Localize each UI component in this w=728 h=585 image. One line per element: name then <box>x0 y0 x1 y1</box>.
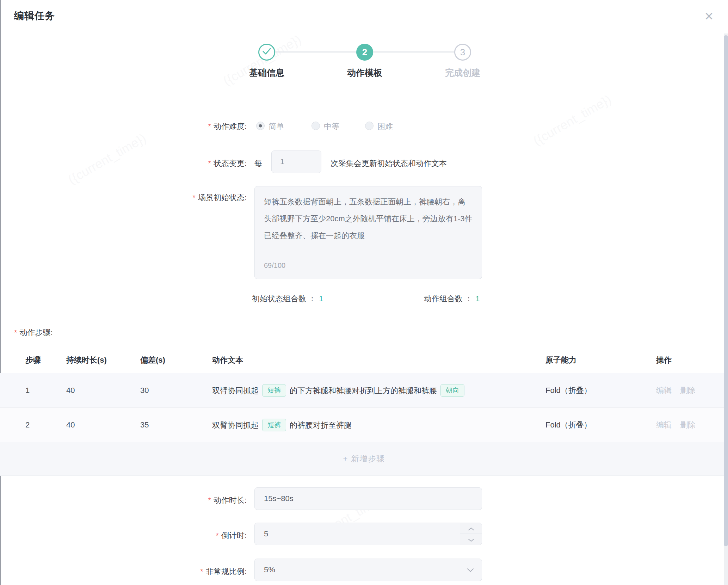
cell-duration: 40 <box>66 420 75 430</box>
watermark-text: ({current_time}) <box>531 92 614 148</box>
step-3-circle[interactable]: 3 <box>454 44 471 61</box>
cell-deviation: 35 <box>140 420 149 430</box>
chevron-down-icon <box>467 565 474 574</box>
initial-state-textarea[interactable]: 短裤五条数据背面朝上，五条数据正面朝上，裤腰朝右，离头部视野下方至少20cm之外… <box>254 186 482 279</box>
delete-link[interactable]: 删除 <box>680 420 696 429</box>
cell-duration: 40 <box>66 386 75 395</box>
initial-state-text: 短裤五条数据背面朝上，五条数据正面朝上，裤腰朝右，离头部视野下方至少20cm之外… <box>264 197 473 240</box>
countdown-input[interactable]: 5 <box>254 523 482 545</box>
table-row: 1 40 30 双臂协同抓起短裤的下方裤腿和裤腰对折到上方的裤腿和裤腰朝向 Fo… <box>0 373 728 408</box>
chevron-up-icon <box>468 524 474 533</box>
step-2-number: 2 <box>362 47 367 58</box>
radio-hard-label[interactable]: 困难 <box>377 121 393 132</box>
step-connector <box>275 51 356 53</box>
state-change-suffix: 次采集会更新初始状态和动作文本 <box>331 158 447 169</box>
cell-step: 1 <box>25 386 30 395</box>
char-counter: 69/100 <box>264 257 285 274</box>
header-deviation: 偏差(s) <box>140 355 165 365</box>
cell-operations: 编辑删除 <box>656 385 696 396</box>
required-marker: * <box>208 496 211 505</box>
delete-link[interactable]: 删除 <box>680 386 696 395</box>
step-3-number: 3 <box>460 47 465 58</box>
action-combo-value: 1 <box>475 294 480 303</box>
dialog-header: 编辑任务 × <box>0 0 728 33</box>
unusual-ratio-select[interactable]: 5% <box>254 559 482 581</box>
initial-combo-value: 1 <box>319 294 323 303</box>
cell-deviation: 30 <box>140 386 149 395</box>
initial-combo-count: 初始状态组合数 ：1 <box>252 294 323 304</box>
cell-ability: Fold（折叠） <box>545 420 592 430</box>
number-spinner <box>460 523 482 545</box>
cell-action-text: 双臂协同抓起短裤的下方裤腿和裤腰对折到上方的裤腿和裤腰朝向 <box>212 384 468 397</box>
required-marker: * <box>208 122 211 131</box>
required-marker: * <box>200 567 203 576</box>
step-connector <box>373 51 454 53</box>
header-action-text: 动作文本 <box>212 355 243 365</box>
dialog-title: 编辑任务 <box>14 9 55 23</box>
duration-input[interactable]: 15s~80s <box>254 487 482 510</box>
cell-ability: Fold（折叠） <box>545 385 592 396</box>
object-tag: 短裤 <box>262 384 286 397</box>
table-header: 步骤 持续时长(s) 偏差(s) 动作文本 原子能力 操作 <box>0 347 728 373</box>
state-change-label: *状态变更: <box>0 158 247 169</box>
state-change-prefix: 每 <box>254 158 262 169</box>
duration-label: *动作时长: <box>0 495 247 506</box>
step-3-label: 完成创建 <box>420 67 505 79</box>
radio-selected-dot <box>259 124 262 128</box>
edit-link[interactable]: 编辑 <box>656 386 672 395</box>
radio-easy-label[interactable]: 简单 <box>269 121 284 132</box>
action-combo-count: 动作组合数 ：1 <box>424 294 480 304</box>
step-2-label: 动作模板 <box>322 67 407 79</box>
close-icon[interactable]: × <box>699 6 719 26</box>
step-2-circle[interactable]: 2 <box>356 44 373 61</box>
initial-state-label: *场景初始状态: <box>0 192 247 203</box>
edit-link[interactable]: 编辑 <box>656 420 672 429</box>
header-step: 步骤 <box>25 355 41 365</box>
unusual-ratio-label: *非常规比例: <box>0 566 247 577</box>
cell-action-text: 双臂协同抓起短裤的裤腰对折至裤腿 <box>212 419 352 431</box>
radio-hard[interactable] <box>365 122 374 130</box>
cell-step: 2 <box>25 420 30 430</box>
radio-medium[interactable] <box>311 122 320 130</box>
required-marker: * <box>192 193 196 202</box>
table-row: 2 40 35 双臂协同抓起短裤的裤腰对折至裤腿 Fold（折叠） 编辑删除 <box>0 407 728 442</box>
scrollbar-thumb[interactable] <box>724 35 728 546</box>
object-tag: 短裤 <box>262 419 286 431</box>
add-step-row: + 新增步骤 <box>0 442 728 476</box>
header-duration: 持续时长(s) <box>66 355 107 365</box>
state-change-input[interactable]: 1 <box>271 150 321 173</box>
countdown-label: *倒计时: <box>0 530 247 541</box>
difficulty-label: *动作难度: <box>0 121 247 132</box>
step-1-label: 基础信息 <box>224 67 309 79</box>
header-operations: 操作 <box>656 355 672 365</box>
header-ability: 原子能力 <box>545 355 576 365</box>
decrement-button[interactable] <box>460 534 482 545</box>
watermark-text: ({current_time}) <box>221 32 304 88</box>
step-1-circle[interactable] <box>258 44 275 61</box>
required-marker: * <box>208 159 211 168</box>
increment-button[interactable] <box>460 523 482 534</box>
required-marker: * <box>14 328 17 337</box>
add-step-button[interactable]: + 新增步骤 <box>0 454 728 464</box>
radio-medium-label[interactable]: 中等 <box>324 121 339 132</box>
required-marker: * <box>216 531 219 540</box>
radio-easy[interactable] <box>256 122 265 130</box>
chevron-down-icon <box>468 535 474 544</box>
cell-operations: 编辑删除 <box>656 420 696 430</box>
action-steps-label: *动作步骤: <box>14 327 53 338</box>
orientation-tag: 朝向 <box>440 384 464 397</box>
check-icon <box>262 48 271 57</box>
